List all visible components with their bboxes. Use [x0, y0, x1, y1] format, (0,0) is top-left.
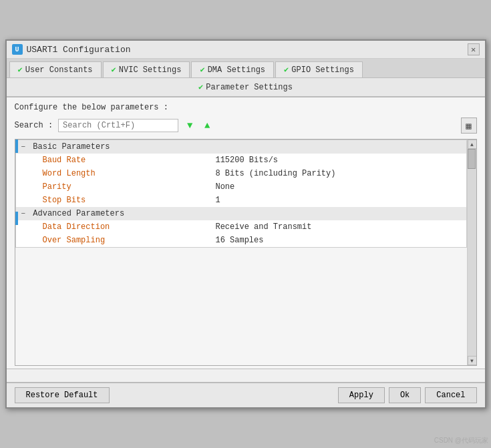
param-parity-name: Parity [15, 180, 210, 194]
apply-button[interactable]: Apply [338, 387, 385, 403]
check-icon-params: ✔ [198, 82, 203, 92]
parameters-table-wrapper: − Basic Parameters Baud Rate 115200 Bits… [15, 139, 477, 366]
main-window: U USART1 Configuration ✕ ✔ User Constant… [5, 39, 486, 409]
table-row[interactable]: Stop Bits 1 [15, 194, 466, 207]
accent-bar-basic [15, 140, 18, 153]
param-stop-bits-value: 1 [210, 194, 466, 207]
bottom-spacer [7, 369, 485, 382]
footer-right-buttons: Apply Ok Cancel [338, 387, 477, 403]
search-up-button[interactable]: ▲ [201, 120, 213, 132]
advanced-parameters-label: Advanced Parameters [33, 209, 124, 218]
tab-gpio-settings[interactable]: ✔ GPIO Settings [275, 61, 363, 77]
scroll-up-icon: ▲ [470, 142, 474, 148]
window-title: USART1 Configuration [27, 45, 131, 55]
close-button[interactable]: ✕ [468, 43, 480, 55]
footer: Restore Default Apply Ok Cancel [7, 382, 485, 407]
search-row: Search : ▼ ▲ ▦ [15, 118, 477, 134]
title-bar: U USART1 Configuration ✕ [7, 41, 485, 59]
param-data-direction-value: Receive and Transmit [210, 220, 466, 234]
tab-nvic-label: NVIC Settings [119, 65, 182, 75]
check-icon-nvic: ✔ [112, 65, 116, 75]
tabs-row-2: ✔ Parameter Settings [7, 78, 485, 97]
title-bar-left: U USART1 Configuration [12, 44, 131, 55]
collapse-advanced-icon: − [21, 210, 26, 218]
scroll-down-button[interactable]: ▼ [468, 356, 477, 365]
param-parity-value: None [210, 180, 466, 194]
tab-nvic-settings[interactable]: ✔ NVIC Settings [103, 61, 190, 77]
param-stop-bits-name: Stop Bits [15, 194, 210, 207]
param-data-direction-name: Data Direction [15, 220, 210, 234]
table-row[interactable]: Parity None [15, 180, 466, 194]
param-baud-rate-name: Baud Rate [15, 154, 210, 167]
scroll-track[interactable] [468, 149, 476, 356]
scroll-down-icon: ▼ [470, 358, 474, 364]
search-label: Search : [15, 121, 53, 130]
config-description: Configure the below parameters : [15, 103, 477, 112]
arrow-up-icon: ▲ [204, 120, 210, 131]
cancel-button[interactable]: Cancel [425, 387, 476, 403]
restore-default-button[interactable]: Restore Default [15, 387, 110, 403]
tabs-row-1: ✔ User Constants ✔ NVIC Settings ✔ DMA S… [7, 59, 485, 78]
arrow-down-icon: ▼ [187, 120, 192, 131]
close-icon: ✕ [471, 45, 476, 55]
scroll-thumb[interactable] [468, 149, 476, 169]
param-over-sampling-name: Over Sampling [15, 234, 210, 248]
param-baud-rate-value: 115200 Bits/s [210, 154, 466, 167]
check-icon-dma: ✔ [200, 65, 204, 75]
scroll-up-button[interactable]: ▲ [468, 140, 477, 149]
vertical-scrollbar[interactable]: ▲ ▼ [467, 140, 476, 365]
parameters-table: − Basic Parameters Baud Rate 115200 Bits… [15, 140, 467, 248]
tab-dma-settings[interactable]: ✔ DMA Settings [191, 61, 274, 77]
section-basic-parameters[interactable]: − Basic Parameters [15, 140, 466, 154]
watermark: CSDN @代码玩家 [434, 436, 488, 445]
content-area: Configure the below parameters : Search … [7, 97, 485, 369]
check-icon-gpio: ✔ [284, 65, 289, 75]
tab-parameter-label: Parameter Settings [206, 83, 293, 92]
table-row[interactable]: Baud Rate 115200 Bits/s [15, 154, 466, 167]
param-over-sampling-value: 16 Samples [210, 234, 466, 248]
accent-bar-advanced [15, 212, 18, 225]
table-row[interactable]: Word Length 8 Bits (including Parity) [15, 167, 466, 180]
grid-icon: ▦ [466, 120, 471, 132]
table-row[interactable]: Data Direction Receive and Transmit [15, 220, 466, 234]
check-icon-user-constants: ✔ [18, 65, 23, 75]
ok-button[interactable]: Ok [389, 387, 421, 403]
table-row[interactable]: Over Sampling 16 Samples [15, 234, 466, 248]
param-word-length-value: 8 Bits (including Parity) [210, 167, 466, 180]
basic-parameters-label: Basic Parameters [33, 142, 110, 152]
tab-parameter-settings[interactable]: ✔ Parameter Settings [188, 80, 303, 94]
tab-user-constants-label: User Constants [25, 65, 93, 75]
window-icon: U [12, 44, 23, 55]
grid-view-button[interactable]: ▦ [461, 118, 477, 134]
tab-gpio-label: GPIO Settings [291, 65, 354, 75]
search-down-button[interactable]: ▼ [184, 120, 196, 132]
tab-dma-label: DMA Settings [208, 65, 265, 75]
section-advanced-parameters[interactable]: − Advanced Parameters [15, 207, 466, 220]
tab-user-constants[interactable]: ✔ User Constants [9, 61, 102, 77]
search-input[interactable] [58, 119, 178, 132]
collapse-basic-icon: − [21, 143, 26, 151]
param-word-length-name: Word Length [15, 167, 210, 180]
